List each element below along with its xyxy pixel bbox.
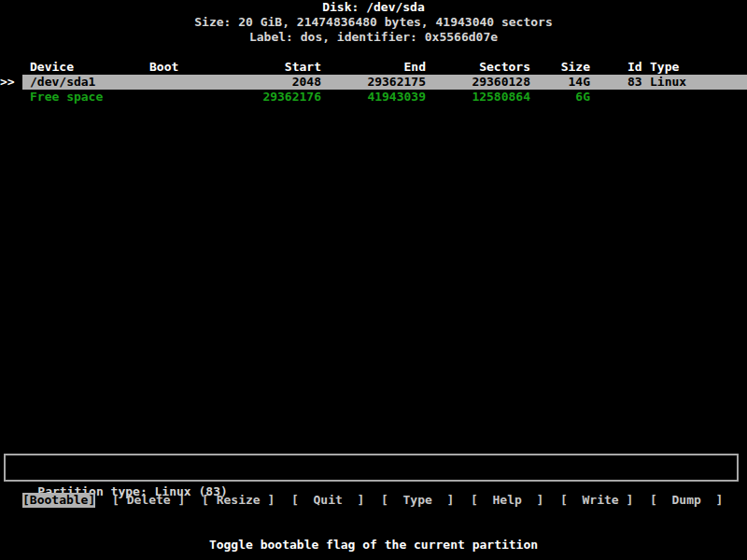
column-header-id: Id bbox=[627, 60, 642, 75]
menu-item-write[interactable]: [ Write ] bbox=[560, 493, 633, 508]
menu-item-resize[interactable]: [ Resize ] bbox=[202, 493, 275, 508]
cell-device: Free space bbox=[30, 90, 103, 105]
column-header-size: Size bbox=[561, 60, 590, 75]
menu-item-delete[interactable]: [ Delete ] bbox=[112, 493, 185, 508]
menu-bar: [Bootable] [ Delete ] [ Resize ] [ Quit … bbox=[0, 493, 747, 508]
disk-label-line: Label: dos, identifier: 0x5566d07e bbox=[0, 30, 747, 45]
disk-title: Disk: /dev/sda bbox=[0, 0, 747, 15]
table-header: Device Boot Start End Sectors Size Id Ty… bbox=[0, 60, 747, 75]
menu-item-help[interactable]: [ Help ] bbox=[471, 493, 543, 508]
selection-pointer: >> bbox=[0, 75, 15, 90]
cell-size: 14G bbox=[569, 75, 590, 90]
cfdisk-terminal: Disk: /dev/sda Size: 20 GiB, 21474836480… bbox=[0, 0, 747, 560]
column-header-device: Device bbox=[30, 60, 74, 75]
table-row-free-space[interactable]: Free space 29362176 41943039 12580864 6G bbox=[0, 90, 747, 105]
column-header-type: Type bbox=[650, 60, 679, 75]
menu-item-type[interactable]: [ Type ] bbox=[381, 493, 454, 508]
menu-item-bootable[interactable]: [Bootable] bbox=[22, 493, 95, 508]
cell-type: Linux bbox=[650, 75, 686, 90]
column-header-boot: Boot bbox=[149, 60, 178, 75]
cell-device: /dev/sda1 bbox=[30, 75, 95, 90]
table-row-sda1[interactable]: >> /dev/sda1 2048 29362175 29360128 14G … bbox=[0, 75, 747, 90]
cell-start: 29362176 bbox=[262, 90, 321, 105]
help-text: Toggle bootable flag of the current part… bbox=[0, 538, 747, 553]
cell-sectors: 12580864 bbox=[472, 90, 530, 105]
cell-end: 41943039 bbox=[367, 90, 426, 105]
cell-id: 83 bbox=[627, 75, 642, 90]
column-header-sectors: Sectors bbox=[479, 60, 530, 75]
disk-size-line: Size: 20 GiB, 21474836480 bytes, 4194304… bbox=[0, 15, 747, 30]
cell-size: 6G bbox=[575, 90, 590, 105]
menu-item-dump[interactable]: [ Dump ] bbox=[650, 493, 723, 508]
cell-sectors: 29360128 bbox=[472, 75, 530, 90]
column-header-end: End bbox=[404, 60, 426, 75]
column-header-start: Start bbox=[285, 60, 321, 75]
cell-end: 29362175 bbox=[367, 75, 426, 90]
cell-start: 2048 bbox=[292, 75, 321, 90]
menu-item-quit[interactable]: [ Quit ] bbox=[291, 493, 364, 508]
partition-type-box: Partition type: Linux (83) bbox=[4, 454, 739, 482]
